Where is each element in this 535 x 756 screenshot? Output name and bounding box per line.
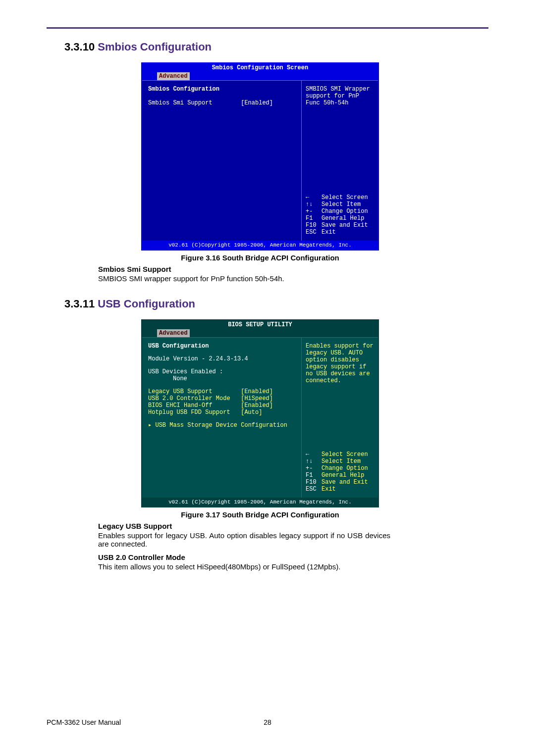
bios-frame: Smbios Configuration Screen Advanced Smb… [141, 62, 379, 251]
bios-keys-list: ←Select Screen ↑↓Select Item +-Change Op… [306, 451, 374, 493]
key-plusminus-icon: +- [306, 208, 321, 215]
key-updown-icon: ↑↓ [306, 201, 321, 208]
section-title: Smbios Configuration [98, 41, 212, 53]
key-f10: F10 [306, 479, 321, 486]
section-number: 3.3.11 [64, 298, 95, 310]
bios-tab-advanced: Advanced [157, 72, 190, 80]
bios-keys-list: ←Select Screen ↑↓Select Item +-Change Op… [306, 194, 374, 236]
bios-help-text: SMBIOS SMI Wrapper support for PnP Func … [306, 86, 374, 106]
key-text: Exit [321, 229, 336, 236]
bios-option-value: [Enabled] [241, 402, 273, 409]
footer-page-number: 28 [264, 718, 271, 726]
key-text: General Help [321, 215, 364, 222]
key-text: Save and Exit [321, 222, 368, 229]
key-updown-icon: ↑↓ [306, 458, 321, 465]
key-f10: F10 [306, 222, 321, 229]
bios-tab-row: Advanced [142, 329, 378, 337]
bios-module-version: Module Version - 2.24.3-13.4 [148, 355, 295, 362]
bios-option-legacy-usb: Legacy USB Support [Enabled] [148, 388, 295, 395]
key-text: Select Screen [321, 194, 368, 201]
bios-option-smbios-smi: Smbios Smi Support [Enabled] [148, 100, 295, 106]
bios-devices-value: None [148, 375, 295, 382]
bios-right-pane: Enables support for legacy USB. AUTO opt… [301, 338, 378, 498]
text-block-usb20-mode: USB 2.0 Controller Mode This item allows… [98, 553, 390, 571]
figure-caption-316: Figure 3.16 South Bridge ACPI Configurat… [141, 253, 379, 262]
bios-tab-row: Advanced [142, 72, 378, 80]
bios-option-label: Smbios Smi Support [148, 100, 237, 106]
sub-heading: Smbios Smi Support [98, 265, 390, 273]
key-f1: F1 [306, 472, 321, 479]
key-text: Exit [321, 486, 336, 493]
bios-screenshot-smbios: Smbios Configuration Screen Advanced Smb… [141, 62, 379, 262]
bios-option-value: [Enabled] [241, 100, 273, 106]
sub-heading: USB 2.0 Controller Mode [98, 553, 390, 561]
bios-option-label: USB 2.0 Controller Mode [148, 395, 237, 402]
bios-option-label: Hotplug USB FDD Support [148, 409, 237, 416]
text-block-legacy-usb: Legacy USB Support Enables support for l… [98, 522, 390, 548]
key-esc: ESC [306, 229, 321, 236]
footer-manual-name: PCM-3362 User Manual [47, 718, 121, 726]
page-content: 3.3.10 Smbios Configuration Smbios Confi… [64, 41, 390, 571]
key-left-icon: ← [306, 451, 321, 458]
bios-screenshot-usb: BIOS SETUP UTILITY Advanced USB Configur… [141, 319, 379, 519]
page-footer: PCM-3362 User Manual 28 [47, 718, 488, 726]
key-text: Select Item [321, 201, 361, 208]
bios-title: Smbios Configuration Screen [142, 63, 378, 72]
bios-body: USB Configuration Module Version - 2.24.… [142, 337, 378, 498]
key-left-icon: ← [306, 194, 321, 201]
key-esc: ESC [306, 486, 321, 493]
key-plusminus-icon: +- [306, 465, 321, 472]
bios-footer: v02.61 (C)Copyright 1985-2006, American … [142, 241, 378, 250]
key-f1: F1 [306, 215, 321, 222]
sub-text: Enables support for legacy USB. Auto opt… [98, 531, 390, 548]
key-text: General Help [321, 472, 364, 479]
bios-tab-advanced: Advanced [157, 329, 190, 337]
figure-caption-317: Figure 3.17 South Bridge ACPI Configurat… [141, 510, 379, 519]
bios-devices-label: USB Devices Enabled : [148, 368, 295, 375]
section-heading-usb: 3.3.11 USB Configuration [64, 298, 390, 310]
bios-option-value: [HiSpeed] [241, 395, 273, 402]
sub-heading: Legacy USB Support [98, 522, 390, 530]
bios-option-usb20-mode: USB 2.0 Controller Mode [HiSpeed] [148, 395, 295, 402]
bios-body: Smbios Configuration Smbios Smi Support … [142, 80, 378, 241]
sub-text: SMBIOS SMI wrapper support for PnP funct… [98, 274, 390, 283]
bios-option-ehci-handoff: BIOS EHCI Hand-Off [Enabled] [148, 402, 295, 409]
bios-option-value: [Enabled] [241, 388, 273, 395]
section-number: 3.3.10 [64, 41, 95, 53]
text-block-smbios: Smbios Smi Support SMBIOS SMI wrapper su… [98, 265, 390, 283]
bios-help-text: Enables support for legacy USB. AUTO opt… [306, 343, 374, 384]
bios-title: BIOS SETUP UTILITY [142, 320, 378, 329]
bios-left-pane: USB Configuration Module Version - 2.24.… [142, 338, 301, 498]
bios-submenu-mass-storage: ▸ USB Mass Storage Device Configuration [148, 422, 295, 429]
bios-frame: BIOS SETUP UTILITY Advanced USB Configur… [141, 319, 379, 507]
key-text: Change Option [321, 465, 368, 472]
bios-option-label: Legacy USB Support [148, 388, 237, 395]
bios-right-pane: SMBIOS SMI Wrapper support for PnP Func … [301, 81, 378, 241]
bios-pane-heading: USB Configuration [148, 343, 295, 350]
sub-text: This item allows you to select HiSpeed(4… [98, 562, 390, 571]
bios-pane-heading: Smbios Configuration [148, 86, 295, 93]
key-text: Select Item [321, 458, 361, 465]
section-heading-smbios: 3.3.10 Smbios Configuration [64, 41, 390, 53]
bios-option-label: BIOS EHCI Hand-Off [148, 402, 237, 409]
bios-left-pane: Smbios Configuration Smbios Smi Support … [142, 81, 301, 241]
key-text: Save and Exit [321, 479, 368, 486]
bios-option-hotplug-fdd: Hotplug USB FDD Support [Auto] [148, 409, 295, 416]
bios-footer: v02.61 (C)Copyright 1985-2006, American … [142, 498, 378, 506]
key-text: Change Option [321, 208, 368, 215]
bios-option-value: [Auto] [241, 409, 262, 416]
page-top-rule [47, 27, 488, 29]
key-text: Select Screen [321, 451, 368, 458]
section-title: USB Configuration [98, 298, 195, 310]
